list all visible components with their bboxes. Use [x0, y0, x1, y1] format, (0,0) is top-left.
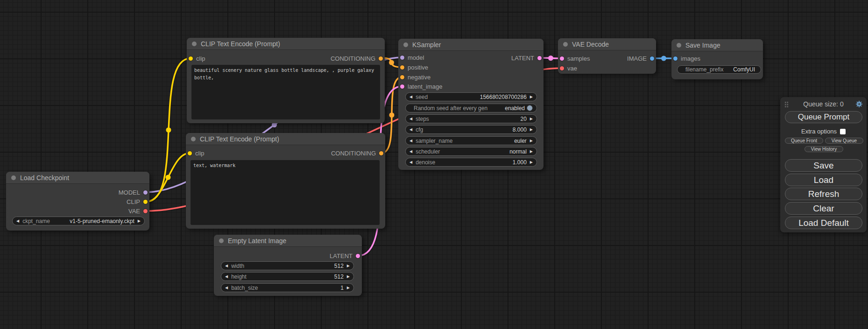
widget-value: v1-5-pruned-emaonly.ckpt	[70, 218, 134, 224]
node-save-image[interactable]: Save Image images filename_prefix ComfyU…	[671, 39, 763, 79]
clear-button[interactable]: Clear	[785, 202, 862, 215]
collapse-dot-icon[interactable]	[403, 42, 408, 47]
node-titlebar[interactable]: Load Checkpoint	[6, 172, 149, 184]
widget-sampler-name[interactable]: ◀ sampler_name euler ▶	[405, 136, 537, 145]
collapse-dot-icon[interactable]	[11, 175, 16, 180]
node-titlebar[interactable]: CLIP Text Encode (Prompt)	[187, 38, 385, 50]
load-default-button[interactable]: Load Default	[785, 217, 862, 229]
node-titlebar[interactable]: KSampler	[398, 39, 543, 51]
port-label: latent_image	[408, 83, 442, 90]
arrow-right-icon[interactable]: ▶	[530, 139, 533, 143]
queue-prompt-button[interactable]: Queue Prompt	[785, 111, 862, 123]
clip-port-dot[interactable]	[189, 56, 193, 61]
clip-port-dot[interactable]	[188, 151, 192, 155]
node-titlebar[interactable]: VAE Decode	[558, 38, 656, 50]
latent-port-dot[interactable]	[400, 84, 404, 89]
latent-port-dot[interactable]	[560, 56, 564, 61]
widget-scheduler[interactable]: ◀ scheduler normal ▶	[405, 147, 537, 156]
toggle-dot[interactable]	[527, 105, 533, 111]
widget-cfg[interactable]: ◀ cfg 8.000 ▶	[405, 125, 537, 134]
extra-options-checkbox[interactable]	[840, 129, 846, 134]
prompt-textarea[interactable]: beautiful scenery nature glass bottle la…	[191, 65, 380, 119]
collapse-dot-icon[interactable]	[563, 42, 568, 47]
widget-width[interactable]: ◀ width 512 ▶	[221, 261, 354, 270]
arrow-right-icon[interactable]: ▶	[530, 128, 533, 132]
link-midpoint-dot	[166, 175, 171, 180]
node-graph-canvas[interactable]: Load Checkpoint MODEL CLIP VAE ◀ ckpt_na…	[0, 0, 868, 329]
widget-value: 20	[520, 116, 526, 122]
queue-front-button[interactable]: Queue Front	[785, 138, 823, 144]
image-port-dot[interactable]	[673, 56, 677, 61]
clip-port-dot[interactable]	[143, 200, 148, 204]
node-vae-decode[interactable]: VAE Decode samples vae IMAGE	[558, 38, 656, 74]
prompt-textarea[interactable]: text, watermark	[191, 160, 380, 225]
link-midpoint-dot	[389, 112, 395, 118]
arrow-right-icon[interactable]: ▶	[138, 219, 141, 223]
node-clip-text-encode-negative[interactable]: CLIP Text Encode (Prompt) clip CONDITION…	[186, 133, 385, 229]
conditioning-port-dot[interactable]	[379, 56, 383, 61]
arrow-left-icon[interactable]: ◀	[225, 264, 228, 268]
model-port-dot[interactable]	[400, 56, 404, 60]
node-ksampler[interactable]: KSampler model positive negative latent_…	[398, 39, 543, 170]
arrow-right-icon[interactable]: ▶	[347, 286, 350, 290]
image-port-dot[interactable]	[650, 56, 654, 61]
arrow-left-icon[interactable]: ◀	[225, 275, 228, 279]
arrow-left-icon[interactable]: ◀	[225, 286, 228, 290]
widget-value: 156680208700286	[480, 94, 527, 100]
node-load-checkpoint[interactable]: Load Checkpoint MODEL CLIP VAE ◀ ckpt_na…	[6, 172, 149, 231]
arrow-right-icon[interactable]: ▶	[530, 150, 533, 154]
link-midpoint-dot	[389, 60, 394, 65]
input-port-samples: samples	[560, 54, 590, 63]
node-empty-latent-image[interactable]: Empty Latent Image LATENT ◀ width 512 ▶ …	[214, 235, 362, 296]
output-port-model: MODEL	[119, 188, 148, 197]
refresh-button[interactable]: Refresh	[785, 188, 862, 200]
arrow-right-icon[interactable]: ▶	[347, 275, 350, 279]
collapse-dot-icon[interactable]	[219, 238, 224, 243]
conditioning-port-dot[interactable]	[400, 65, 404, 70]
conditioning-port-dot[interactable]	[400, 75, 404, 79]
vae-port-dot[interactable]	[560, 66, 564, 70]
model-port-dot[interactable]	[143, 190, 148, 195]
widget-height[interactable]: ◀ height 512 ▶	[221, 272, 354, 281]
widget-batch-size[interactable]: ◀ batch_size 1 ▶	[221, 283, 354, 292]
arrow-right-icon[interactable]: ▶	[530, 95, 533, 99]
input-port-images: images	[673, 54, 700, 63]
arrow-left-icon[interactable]: ◀	[409, 150, 412, 154]
arrow-left-icon[interactable]: ◀	[409, 139, 412, 143]
gear-icon[interactable]	[855, 100, 863, 108]
output-port-latent: LATENT	[511, 53, 542, 63]
arrow-right-icon[interactable]: ▶	[347, 264, 350, 268]
arrow-left-icon[interactable]: ◀	[409, 95, 412, 99]
arrow-left-icon[interactable]: ◀	[409, 128, 412, 132]
view-queue-button[interactable]: View Queue	[825, 138, 863, 144]
conditioning-port-dot[interactable]	[379, 151, 383, 155]
node-titlebar[interactable]: Save Image	[671, 39, 763, 51]
load-button[interactable]: Load	[785, 174, 862, 186]
vae-port-dot[interactable]	[143, 209, 148, 213]
view-history-button[interactable]: View History	[804, 146, 843, 152]
port-label: images	[681, 55, 700, 62]
widget-seed[interactable]: ◀ seed 156680208700286 ▶	[405, 92, 537, 101]
arrow-right-icon[interactable]: ▶	[530, 117, 533, 121]
arrow-left-icon[interactable]: ◀	[409, 161, 412, 164]
widget-ckpt-name[interactable]: ◀ ckpt_name v1-5-pruned-emaonly.ckpt ▶	[12, 217, 145, 225]
node-titlebar[interactable]: Empty Latent Image	[214, 235, 362, 247]
widget-filename-prefix[interactable]: filename_prefix ComfyUI	[677, 65, 761, 74]
collapse-dot-icon[interactable]	[192, 42, 197, 46]
widget-denoise[interactable]: ◀ denoise 1.000 ▶	[405, 158, 537, 167]
widget-steps[interactable]: ◀ steps 20 ▶	[405, 114, 537, 123]
arrow-left-icon[interactable]: ◀	[409, 117, 412, 121]
queue-panel-header: Queue size: 0	[780, 100, 867, 108]
save-button[interactable]: Save	[785, 159, 862, 172]
latent-port-dot[interactable]	[537, 56, 542, 60]
node-titlebar[interactable]: CLIP Text Encode (Prompt)	[186, 133, 385, 145]
arrow-right-icon[interactable]: ▶	[530, 161, 533, 164]
collapse-dot-icon[interactable]	[191, 137, 196, 141]
port-label: clip	[196, 55, 205, 62]
node-clip-text-encode-positive[interactable]: CLIP Text Encode (Prompt) clip CONDITION…	[187, 38, 385, 123]
arrow-left-icon[interactable]: ◀	[16, 219, 19, 223]
widget-random-seed[interactable]: Random seed after every gen enabled	[405, 104, 537, 112]
collapse-dot-icon[interactable]	[677, 43, 681, 48]
drag-handle-icon[interactable]	[784, 101, 789, 108]
latent-port-dot[interactable]	[356, 254, 360, 258]
